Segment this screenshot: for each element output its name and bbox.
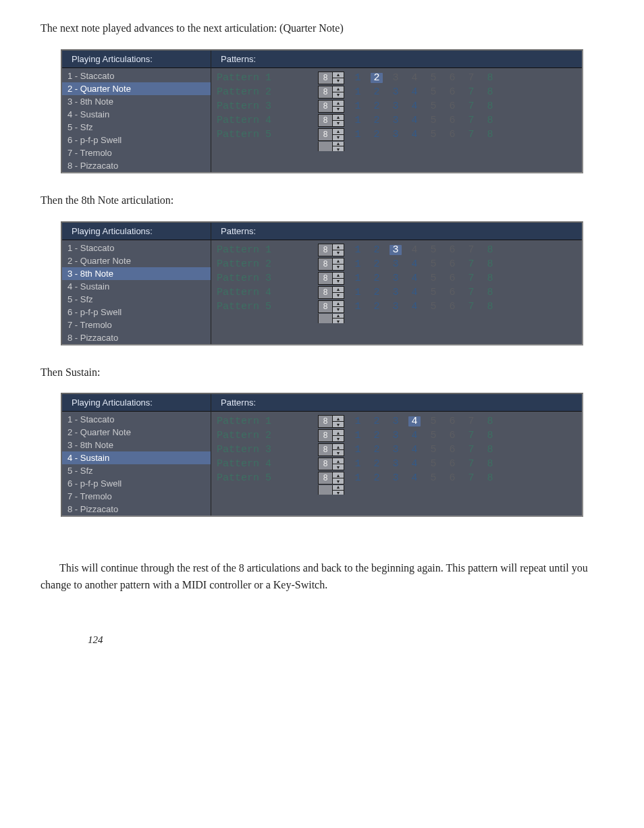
step-number[interactable]: 7 xyxy=(462,445,481,455)
articulation-item[interactable]: 2 - Quarter Note xyxy=(62,82,211,95)
step-number[interactable]: 6 xyxy=(443,87,462,97)
articulation-item[interactable]: 6 - p-f-p Swell xyxy=(62,134,211,146)
articulation-item[interactable]: 7 - Tremolo xyxy=(62,319,211,331)
spinner-up-icon[interactable]: ▲ xyxy=(333,485,344,491)
step-number[interactable]: 1 xyxy=(348,245,367,255)
step-number[interactable]: 4 xyxy=(405,287,424,298)
articulation-item[interactable]: 5 - Sfz xyxy=(62,121,211,134)
step-number[interactable]: 1 xyxy=(348,115,367,126)
step-number[interactable]: 2 xyxy=(367,259,386,269)
articulations-list[interactable]: 1 - Staccato2 - Quarter Note3 - 8th Note… xyxy=(62,68,211,172)
spinner-up-icon[interactable]: ▲ xyxy=(333,430,344,436)
step-number[interactable]: 4 xyxy=(405,473,424,483)
step-number[interactable]: 2 xyxy=(367,302,386,312)
spinner-up-icon[interactable]: ▲ xyxy=(333,115,344,121)
step-number[interactable]: 3 xyxy=(390,245,402,255)
step-number[interactable]: 6 xyxy=(443,130,462,140)
spinner-down-icon[interactable]: ▼ xyxy=(333,450,344,456)
spinner-down-icon[interactable]: ▼ xyxy=(333,422,344,427)
step-number[interactable]: 7 xyxy=(462,302,481,312)
step-number[interactable]: 4 xyxy=(405,87,424,97)
length-spinner[interactable]: 8▲▼ xyxy=(318,443,344,456)
step-number[interactable]: 3 xyxy=(386,445,405,455)
spinner-up-icon[interactable]: ▲ xyxy=(333,458,344,464)
step-number[interactable]: 1 xyxy=(348,459,367,469)
articulations-list[interactable]: 1 - Staccato2 - Quarter Note3 - 8th Note… xyxy=(62,240,211,344)
step-number[interactable]: 5 xyxy=(424,473,443,483)
step-number[interactable]: 2 xyxy=(367,431,386,441)
length-spinner[interactable]: ▲▼ xyxy=(318,142,344,151)
spinner-up-icon[interactable]: ▲ xyxy=(333,142,344,147)
step-number[interactable]: 3 xyxy=(386,287,405,298)
length-spinner[interactable]: 8▲▼ xyxy=(318,286,344,299)
spinner-up-icon[interactable]: ▲ xyxy=(333,101,344,107)
articulation-item[interactable]: 5 - Sfz xyxy=(62,464,211,477)
articulation-item[interactable]: 4 - Sustain xyxy=(62,108,211,121)
articulation-item[interactable]: 4 - Sustain xyxy=(62,451,211,464)
length-spinner[interactable]: 8▲▼ xyxy=(318,272,344,285)
step-number[interactable]: 5 xyxy=(424,273,443,283)
step-number[interactable]: 5 xyxy=(424,101,443,111)
length-spinner[interactable]: 8▲▼ xyxy=(318,86,344,99)
step-number[interactable]: 4 xyxy=(405,259,424,269)
spinner-down-icon[interactable]: ▼ xyxy=(333,478,344,484)
step-number[interactable]: 2 xyxy=(367,287,386,298)
step-number[interactable]: 4 xyxy=(405,273,424,283)
length-spinner[interactable]: 8▲▼ xyxy=(318,72,344,84)
step-number[interactable]: 2 xyxy=(367,459,386,469)
spinner-down-icon[interactable]: ▼ xyxy=(333,250,344,256)
spinner-up-icon[interactable]: ▲ xyxy=(333,301,344,307)
step-number[interactable]: 1 xyxy=(348,416,367,426)
step-number[interactable]: 2 xyxy=(367,445,386,455)
step-number[interactable]: 4 xyxy=(408,416,421,426)
step-number[interactable]: 6 xyxy=(443,273,462,283)
step-number[interactable]: 1 xyxy=(348,473,367,483)
spinner-up-icon[interactable]: ▲ xyxy=(333,416,344,422)
step-number[interactable]: 8 xyxy=(481,302,500,312)
spinner-up-icon[interactable]: ▲ xyxy=(333,273,344,279)
step-number[interactable]: 6 xyxy=(443,259,462,269)
step-number[interactable]: 7 xyxy=(462,431,481,441)
step-number[interactable]: 5 xyxy=(424,431,443,441)
step-number[interactable]: 1 xyxy=(348,130,367,140)
step-number[interactable]: 1 xyxy=(348,101,367,111)
spinner-up-icon[interactable]: ▲ xyxy=(333,444,344,450)
step-number[interactable]: 6 xyxy=(443,459,462,469)
spinner-down-icon[interactable]: ▼ xyxy=(333,464,344,470)
step-number[interactable]: 1 xyxy=(348,445,367,455)
step-number[interactable]: 6 xyxy=(443,73,462,83)
step-number[interactable]: 7 xyxy=(462,459,481,469)
step-number[interactable]: 6 xyxy=(443,101,462,111)
length-spinner[interactable]: 8▲▼ xyxy=(318,258,344,271)
step-number[interactable]: 2 xyxy=(367,273,386,283)
step-number[interactable]: 5 xyxy=(424,73,443,83)
step-number[interactable]: 8 xyxy=(481,101,500,111)
articulation-item[interactable]: 3 - 8th Note xyxy=(62,95,211,108)
step-number[interactable]: 6 xyxy=(443,245,462,255)
step-number[interactable]: 3 xyxy=(386,259,405,269)
articulation-item[interactable]: 1 - Staccato xyxy=(62,242,211,254)
step-number[interactable]: 8 xyxy=(481,287,500,298)
spinner-down-icon[interactable]: ▼ xyxy=(333,293,344,298)
spinner-up-icon[interactable]: ▲ xyxy=(333,244,344,250)
articulation-item[interactable]: 8 - Pizzacato xyxy=(62,159,211,172)
step-number[interactable]: 7 xyxy=(462,273,481,283)
step-number[interactable]: 2 xyxy=(367,245,386,255)
step-number[interactable]: 8 xyxy=(481,416,500,426)
articulation-item[interactable]: 8 - Pizzacato xyxy=(62,503,211,516)
step-number[interactable]: 5 xyxy=(424,459,443,469)
step-number[interactable]: 2 xyxy=(371,73,383,83)
length-spinner[interactable]: 8▲▼ xyxy=(318,300,344,313)
length-spinner[interactable]: ▲▼ xyxy=(318,314,344,323)
step-number[interactable]: 3 xyxy=(386,473,405,483)
step-number[interactable]: 8 xyxy=(481,273,500,283)
spinner-down-icon[interactable]: ▼ xyxy=(333,107,344,112)
articulation-item[interactable]: 1 - Staccato xyxy=(62,413,211,426)
step-number[interactable]: 2 xyxy=(367,416,386,426)
step-number[interactable]: 8 xyxy=(481,445,500,455)
articulation-item[interactable]: 6 - p-f-p Swell xyxy=(62,477,211,490)
step-number[interactable]: 4 xyxy=(405,245,424,255)
spinner-up-icon[interactable]: ▲ xyxy=(333,287,344,293)
spinner-down-icon[interactable]: ▼ xyxy=(333,265,344,270)
step-number[interactable]: 3 xyxy=(386,130,405,140)
